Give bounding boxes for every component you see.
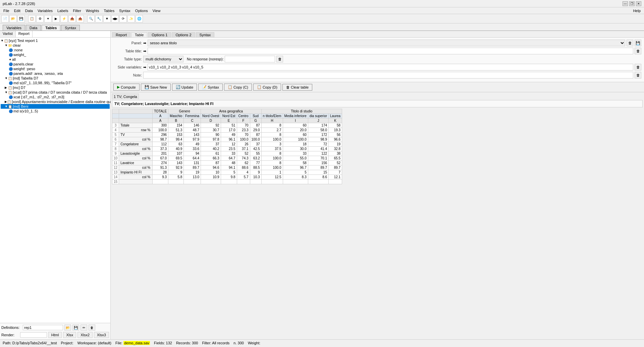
expand-icon-xord[interactable]: ▶ (5, 100, 7, 103)
nav-tab-syntax[interactable]: Syntax (61, 25, 80, 31)
report-tab-options1[interactable]: Options 1 (148, 32, 171, 37)
menu-syntax[interactable]: Syntax (117, 8, 132, 13)
tree-item-xyz[interactable]: ▼ 📋 [xyz] Test report 1 (1, 38, 110, 43)
menu-edit[interactable]: Edit (12, 8, 22, 13)
left-tab-varlist[interactable]: Varlist (0, 31, 16, 37)
clear-table-button[interactable]: 🗑 Clear table (282, 84, 312, 91)
tb-b8[interactable]: 🔍 (87, 15, 95, 22)
no-response-input[interactable] (225, 56, 275, 62)
tree-item-mc-d7[interactable]: ▶ 📋 [mc] D7 (1, 85, 110, 90)
tb-b7[interactable]: 📤 (76, 15, 84, 22)
render-xlsx2-btn[interactable]: Xlsx2 (77, 332, 93, 338)
expand-icon[interactable]: ▼ (1, 39, 4, 42)
note-delete-btn[interactable]: 🗑 (635, 72, 641, 79)
tree-item-weight-peso[interactable]: 🔵 weight! :peso (1, 66, 110, 71)
tb-b12[interactable]: ⟳ (119, 15, 127, 22)
copy-d-button[interactable]: 📋 Copy (D) (253, 84, 281, 91)
table-tab-1[interactable]: 1 TV; Congela (112, 94, 139, 99)
tree-item-all[interactable]: ✦ all (1, 57, 110, 62)
tree-item-clear[interactable]: ▼ 📁 clear (1, 43, 110, 48)
restore-button[interactable]: ❐ (629, 1, 635, 6)
menu-filter[interactable]: Filter (71, 8, 83, 13)
def-save-btn[interactable]: 💾 (72, 325, 79, 331)
tb-b3[interactable]: ✦ (44, 15, 52, 22)
menu-data[interactable]: Data (23, 8, 35, 13)
expand-icon-md-beni[interactable]: ▼ (5, 105, 8, 108)
expand-icon-mc-d7[interactable]: ▶ (5, 86, 8, 89)
panel-delete-btn[interactable]: 🗑 (627, 40, 633, 46)
definitions-input[interactable] (23, 325, 63, 330)
tree-item-xcat[interactable]: ▼ 📋 [xcat] D7 prima citata / D7 seconda … (1, 90, 110, 95)
tree-item-panels-add[interactable]: 🔵 panels.add! :area, :sesso, :eta (1, 71, 110, 76)
def-edit-btn[interactable]: ✏ (80, 325, 87, 331)
tb-b9[interactable]: 🔧 (95, 15, 103, 22)
tree-item-none[interactable]: 🔵 :none (1, 48, 110, 52)
report-tab-syntax[interactable]: Syntax (196, 32, 215, 37)
menu-file[interactable]: File (1, 8, 11, 13)
render-xlsx-btn[interactable]: Xlsx (63, 332, 76, 338)
tb-b1[interactable]: 📋 (28, 15, 36, 22)
tree-item-md-s-v10[interactable]: 🔵 md s(v10_1..5) (1, 109, 110, 113)
no-response-delete-btn[interactable]: 🗑 (276, 56, 283, 62)
compute-button[interactable]: ▶ Compute (113, 84, 140, 91)
menu-tables[interactable]: Tables (102, 8, 116, 13)
menu-help[interactable]: Help (631, 8, 643, 13)
tree-label-xord: [xord] Appuntamento irrinunciabile / Eva… (12, 100, 110, 104)
tb-b6[interactable]: 📥 (68, 15, 76, 22)
side-variables-delete-btn[interactable]: 🗑 (635, 64, 641, 70)
save-new-button[interactable]: 💾 Save New (141, 84, 171, 91)
render-xlsx3-btn[interactable]: Xlsx3 (94, 332, 109, 338)
nav-tab-variables[interactable]: Variables (3, 25, 25, 31)
left-tab-report[interactable]: Report (16, 31, 33, 37)
render-input[interactable] (20, 332, 47, 338)
expand-icon-clear[interactable]: ▼ (5, 44, 8, 47)
tree-item-weight[interactable]: 🔵 weight_ (1, 52, 110, 57)
table-type-select[interactable]: multi dichotomy frequency cross (143, 56, 183, 62)
menu-options[interactable]: Options (133, 8, 150, 13)
tb-b14[interactable]: 🌐 (136, 15, 143, 22)
tb-b13[interactable]: ✨ (127, 15, 135, 22)
tree-item-xcat2[interactable]: 🔵 xcat [:d7_m1, :d7_m2, :d7_m3] (1, 95, 110, 99)
panel-save-btn[interactable]: 💾 (635, 40, 641, 46)
table-title-delete-btn[interactable]: 🗑 (635, 48, 641, 54)
report-tab-options2[interactable]: Options 2 (172, 32, 195, 37)
tb-b4[interactable]: ▶ (52, 15, 60, 22)
tb-open[interactable]: 📂 (9, 15, 17, 22)
def-open-btn[interactable]: 📂 (64, 325, 71, 331)
menu-view[interactable]: View (151, 8, 163, 13)
tree-item-xord[interactable]: ▶ 📋 [xord] Appuntamento irrinunciabile /… (1, 99, 110, 104)
expand-icon-xcat[interactable]: ▼ (5, 91, 8, 94)
table-title-input[interactable] (148, 48, 633, 54)
tb-b11[interactable]: ◀▶ (111, 15, 119, 22)
note-input[interactable] (143, 72, 633, 79)
def-delete-btn[interactable]: 🗑 (89, 325, 95, 331)
report-tab-table[interactable]: Table (131, 32, 147, 37)
row-label-col-pct-8: col % (119, 147, 153, 151)
panel-select[interactable]: sesso area titolo (148, 40, 625, 46)
tb-new[interactable]: 📄 (1, 15, 9, 22)
tree-item-md-beni[interactable]: ▼ 📋 [md] Beni (1, 104, 110, 109)
tb-save[interactable]: 💾 (17, 15, 25, 22)
close-button[interactable]: ✕ (636, 1, 641, 6)
expand-icon-md-d7[interactable]: ▼ (5, 77, 8, 80)
nav-tab-data[interactable]: Data (26, 25, 41, 31)
nav-tab-tables[interactable]: Tables (42, 25, 60, 31)
menu-labels[interactable]: Labels (55, 8, 70, 13)
tree-item-md-d7[interactable]: ▼ 📋 [md] Tabella D7 (1, 76, 110, 81)
tb-b2[interactable]: ⚙ (36, 15, 44, 22)
copy-c-button[interactable]: 📋 Copy (C) (224, 84, 252, 91)
tb-b10[interactable]: ▼ (103, 15, 111, 22)
cell-14-j: 8.6 (308, 175, 328, 180)
side-variables-input[interactable] (148, 64, 633, 70)
tree-item-md-s-d7[interactable]: 🔵 md s(d7_1..10,98..99), "Tabella D7" (1, 81, 110, 85)
menu-weights[interactable]: Weights (84, 8, 101, 13)
minimize-button[interactable]: — (623, 1, 628, 6)
table-outer[interactable]: 1 TV; Congela TV; Congelatore; Lavastovi… (111, 92, 644, 339)
tb-b5[interactable]: ⚡ (60, 15, 68, 22)
syntax-button[interactable]: 📝 Syntax (198, 84, 223, 91)
tree-item-panels-clear[interactable]: 🔵 panels.clear (1, 62, 110, 66)
update-button[interactable]: 🔄 Update (172, 84, 197, 91)
menu-variables[interactable]: Variables (36, 8, 55, 13)
render-html-btn[interactable]: Html (48, 332, 62, 338)
report-tab-report[interactable]: Report (112, 32, 130, 37)
